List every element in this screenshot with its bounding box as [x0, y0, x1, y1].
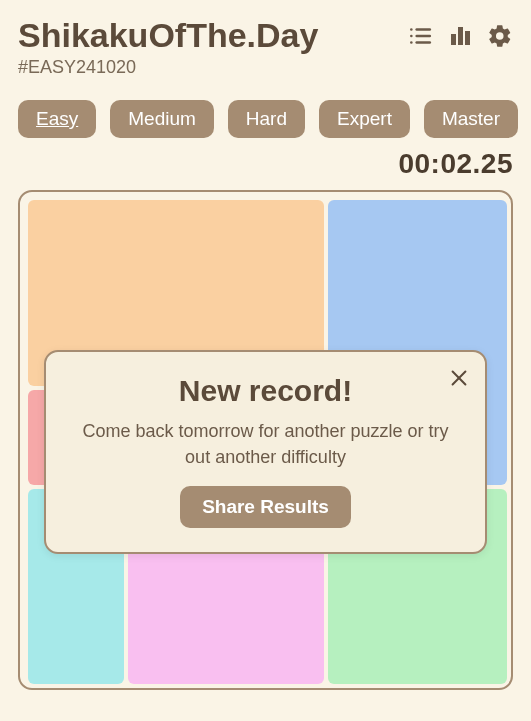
difficulty-tabs: Easy Medium Hard Expert Master	[18, 100, 513, 138]
result-modal: New record! Come back tomorrow for anoth…	[44, 350, 487, 554]
list-icon[interactable]	[407, 23, 433, 49]
svg-point-2	[410, 34, 413, 37]
svg-rect-7	[458, 27, 463, 45]
timer: 00:02.25	[18, 148, 513, 180]
puzzle-id: #EASY241020	[18, 57, 513, 78]
settings-icon[interactable]	[487, 23, 513, 49]
tab-master[interactable]: Master	[424, 100, 518, 138]
modal-body: Come back tomorrow for another puzzle or…	[70, 418, 461, 470]
close-icon[interactable]	[447, 366, 471, 390]
stats-icon[interactable]	[447, 23, 473, 49]
share-results-button[interactable]: Share Results	[180, 486, 351, 528]
svg-point-4	[410, 41, 413, 44]
header-icons	[407, 23, 513, 49]
tab-hard[interactable]: Hard	[228, 100, 305, 138]
tab-medium[interactable]: Medium	[110, 100, 214, 138]
svg-rect-6	[451, 34, 456, 45]
svg-point-0	[410, 28, 413, 31]
tab-expert[interactable]: Expert	[319, 100, 410, 138]
svg-rect-8	[465, 31, 470, 45]
page-title: ShikakuOfThe.Day	[18, 16, 318, 55]
tab-easy[interactable]: Easy	[18, 100, 96, 138]
modal-title: New record!	[70, 374, 461, 408]
